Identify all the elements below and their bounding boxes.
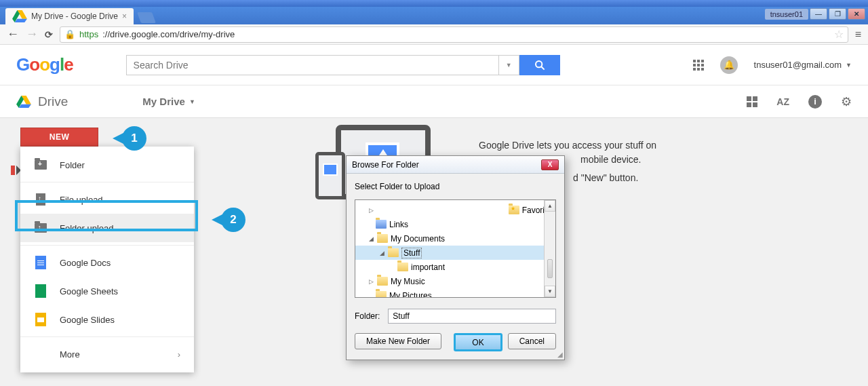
account-email: tnsuser01@gmail.com xyxy=(754,60,842,70)
folder-tree[interactable]: ▷Favorites Links ◢My Documents ◢Stuff im… xyxy=(355,199,556,298)
content-area: NEW Folder File upload Folder upload Goo… xyxy=(0,118,868,386)
menu-item-docs[interactable]: Google Docs xyxy=(20,248,194,277)
svg-marker-7 xyxy=(19,104,31,107)
tab-strip: My Drive - Google Drive × tnsuser01 — ❐ … xyxy=(0,7,868,24)
close-tab-icon[interactable]: × xyxy=(122,12,127,21)
apps-icon[interactable] xyxy=(693,60,704,71)
menu-item-file-upload[interactable]: File upload xyxy=(20,185,194,214)
tree-node-favorites[interactable]: ▷Favorites xyxy=(355,203,555,217)
docs-icon xyxy=(34,256,47,269)
folder-input[interactable] xyxy=(388,309,556,324)
sort-az-icon[interactable]: AZ xyxy=(776,96,789,107)
ok-button[interactable]: OK xyxy=(454,333,502,351)
info-icon[interactable]: i xyxy=(808,95,822,109)
minimize-button[interactable]: — xyxy=(810,8,827,20)
scroll-up-icon[interactable]: ▲ xyxy=(545,200,555,212)
scroll-down-icon[interactable]: ▼ xyxy=(545,286,555,297)
empty-state-text2: d "New" button. xyxy=(573,172,638,183)
search-button[interactable] xyxy=(519,55,560,75)
gear-icon[interactable]: ⚙ xyxy=(841,94,852,109)
menu-item-sheets[interactable]: Google Sheets xyxy=(20,277,194,305)
search-icon xyxy=(534,60,545,71)
menu-item-slides[interactable]: Google Slides xyxy=(20,305,194,334)
browse-folder-dialog: Browse For Folder X Select Folder to Upl… xyxy=(346,155,565,360)
breadcrumb[interactable]: My Drive ▼ xyxy=(142,96,195,107)
folder-icon xyxy=(397,263,408,271)
menu-item-folder-upload[interactable]: Folder upload xyxy=(20,214,194,242)
tree-node-links[interactable]: Links xyxy=(355,217,555,231)
tree-node-music[interactable]: ▷My Music xyxy=(355,274,555,288)
google-logo[interactable]: Google xyxy=(16,54,73,75)
svg-marker-2 xyxy=(15,19,27,22)
drive-icon xyxy=(12,9,27,23)
new-tab-button[interactable] xyxy=(137,12,156,23)
close-window-button[interactable]: ✕ xyxy=(848,8,865,20)
menu-label: Google Sheets xyxy=(60,286,118,296)
folder-icon xyxy=(377,234,388,243)
chrome-menu-button[interactable]: ≡ xyxy=(855,28,861,41)
search-input[interactable] xyxy=(126,55,499,75)
links-folder-icon xyxy=(376,220,387,229)
browser-tab[interactable]: My Drive - Google Drive × xyxy=(5,8,134,24)
folder-icon xyxy=(388,248,399,257)
folder-icon xyxy=(377,277,388,286)
menu-item-folder[interactable]: Folder xyxy=(20,151,194,179)
folder-upload-icon xyxy=(34,221,47,235)
notifications-icon[interactable]: 🔔 xyxy=(720,56,738,74)
svg-point-3 xyxy=(536,61,542,67)
close-icon[interactable]: X xyxy=(541,159,559,170)
scroll-thumb[interactable] xyxy=(547,259,553,278)
menu-label: More xyxy=(60,349,80,360)
folder-icon xyxy=(376,291,387,298)
folder-label: Folder: xyxy=(355,311,380,321)
menu-separator xyxy=(20,245,194,246)
forward-button[interactable]: → xyxy=(26,27,38,41)
menu-label: Google Docs xyxy=(60,258,111,268)
tree-node-stuff[interactable]: ◢Stuff xyxy=(355,246,555,260)
search-options-caret[interactable]: ▼ xyxy=(499,55,519,75)
menu-item-more[interactable]: More › xyxy=(20,340,194,368)
drive-logo[interactable]: Drive xyxy=(16,94,68,109)
sheets-icon xyxy=(34,284,47,298)
grid-view-icon[interactable] xyxy=(747,96,757,107)
cancel-button[interactable]: Cancel xyxy=(508,333,556,349)
back-button[interactable]: ← xyxy=(7,27,19,41)
chevron-down-icon: ▼ xyxy=(846,62,852,69)
menu-separator xyxy=(20,336,194,337)
menu-label: Folder xyxy=(60,160,85,170)
chevron-right-icon: › xyxy=(178,349,180,360)
svg-line-4 xyxy=(541,66,545,70)
callout-1: 1 xyxy=(122,126,146,151)
favorites-folder-icon xyxy=(509,206,519,214)
drive-icon xyxy=(16,95,31,109)
omnibox[interactable]: 🔒 https://drive.google.com/drive/my-driv… xyxy=(60,26,848,43)
tree-node-important[interactable]: important xyxy=(355,260,555,274)
new-menu: Folder File upload Folder upload Google … xyxy=(20,147,194,372)
account-menu[interactable]: tnsuser01@gmail.com ▼ xyxy=(754,60,852,70)
dialog-titlebar[interactable]: Browse For Folder X xyxy=(347,156,564,174)
bookmark-star-icon[interactable]: ☆ xyxy=(834,28,844,41)
slides-icon xyxy=(34,313,47,326)
file-upload-icon xyxy=(34,193,47,206)
dialog-title: Browse For Folder xyxy=(352,160,419,170)
tree-node-pictures[interactable]: My Pictures xyxy=(355,288,555,298)
drive-app-name: Drive xyxy=(38,94,68,109)
make-new-folder-button[interactable]: Make New Folder xyxy=(355,333,441,349)
resize-grip-icon[interactable]: ◢ xyxy=(557,351,563,358)
breadcrumb-label: My Drive xyxy=(142,96,185,107)
reload-button[interactable]: ⟳ xyxy=(45,29,53,40)
chevron-down-icon: ▼ xyxy=(189,98,195,105)
menu-separator xyxy=(20,182,194,182)
tree-node-documents[interactable]: ◢My Documents xyxy=(355,231,555,246)
maximize-button[interactable]: ❐ xyxy=(829,8,846,20)
lock-icon: 🔒 xyxy=(64,29,75,39)
url-protocol: https xyxy=(79,29,98,39)
menu-label: Folder upload xyxy=(60,223,114,233)
drive-toolbar: Drive My Drive ▼ AZ i ⚙ xyxy=(0,85,868,118)
scrollbar[interactable]: ▲ ▼ xyxy=(544,200,555,297)
url-path: ://drive.google.com/drive/my-drive xyxy=(102,29,235,39)
new-button[interactable]: NEW xyxy=(20,128,98,147)
browser-user-chip[interactable]: tnsuser01 xyxy=(765,9,808,20)
address-bar: ← → ⟳ 🔒 https://drive.google.com/drive/m… xyxy=(0,24,868,45)
tab-title: My Drive - Google Drive xyxy=(31,12,118,21)
